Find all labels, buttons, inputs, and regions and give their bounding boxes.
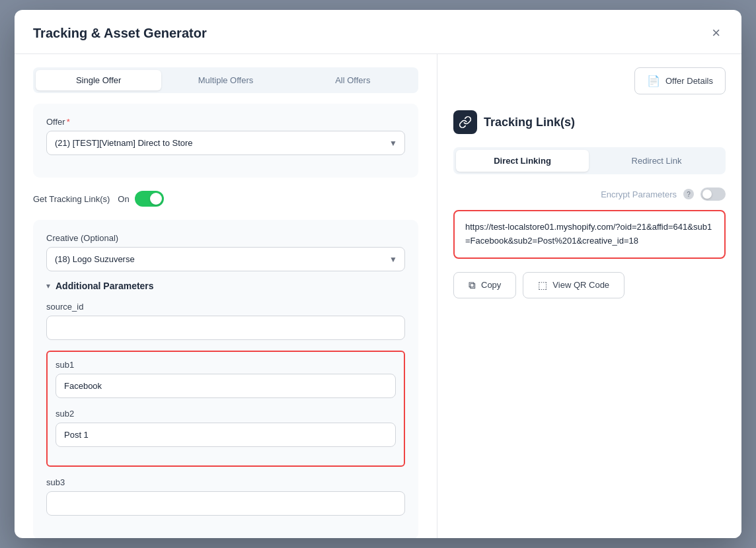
left-panel: Single Offer Multiple Offers All Offers …	[15, 54, 437, 538]
modal-body: Single Offer Multiple Offers All Offers …	[15, 54, 741, 538]
tracking-url-text: https://test-localstore01.myshopify.com/…	[465, 222, 712, 246]
view-qr-label: View QR Code	[552, 280, 609, 290]
tab-redirect-link[interactable]: Redirect Link	[590, 150, 723, 172]
additional-params-title: Additional Parameters	[56, 281, 154, 291]
sub1-input[interactable]	[56, 374, 396, 398]
accordion-chevron-icon: ▾	[46, 281, 50, 291]
encrypt-toggle-switch[interactable]	[700, 188, 726, 201]
sub2-label: sub2	[56, 409, 396, 419]
offer-select-wrapper: (21) [TEST][Vietnam] Direct to Store ▼	[46, 131, 405, 155]
toggle-on-text: On	[118, 194, 129, 204]
tracking-toggle-row: Get Tracking Link(s) On	[33, 191, 418, 207]
copy-button[interactable]: ⧉ Copy	[453, 272, 516, 298]
sub1-sub2-highlight: sub1 sub2	[46, 351, 405, 467]
sub1-group: sub1	[56, 360, 396, 398]
creative-group: Creative (Optional) (18) Logo Suzuverse …	[46, 233, 405, 271]
offer-card: Offer* (21) [TEST][Vietnam] Direct to St…	[33, 104, 418, 178]
right-panel: 📄 Offer Details Tracking Link(s)	[437, 54, 741, 538]
sub3-input[interactable]	[46, 491, 405, 516]
encrypt-params-label: Encrypt Parameters	[601, 189, 677, 199]
sub1-label: sub1	[56, 360, 396, 370]
tab-multiple-offers[interactable]: Multiple Offers	[163, 70, 288, 90]
qr-icon: ⬚	[538, 279, 547, 291]
view-qr-button[interactable]: ⬚ View QR Code	[523, 272, 624, 298]
offer-label: Offer*	[46, 117, 405, 127]
modal-header: Tracking & Asset Generator ×	[15, 10, 741, 54]
action-buttons: ⧉ Copy ⬚ View QR Code	[453, 272, 726, 298]
tracking-toggle-label: Get Tracking Link(s)	[33, 194, 110, 204]
additional-params-accordion[interactable]: ▾ Additional Parameters	[46, 281, 405, 291]
tracking-toggle-switch[interactable]	[135, 191, 164, 207]
help-icon[interactable]: ?	[683, 189, 694, 199]
offer-select[interactable]: (21) [TEST][Vietnam] Direct to Store	[46, 131, 405, 155]
sub3-label: sub3	[46, 477, 405, 487]
modal: Tracking & Asset Generator × Single Offe…	[15, 10, 741, 538]
sub2-group: sub2	[56, 409, 396, 447]
offer-tabs: Single Offer Multiple Offers All Offers	[33, 67, 418, 93]
tab-direct-linking[interactable]: Direct Linking	[456, 150, 589, 172]
offer-details-label: Offer Details	[665, 76, 713, 86]
encrypt-params-row: Encrypt Parameters ?	[453, 188, 726, 201]
close-button[interactable]: ×	[709, 23, 723, 43]
creative-label: Creative (Optional)	[46, 233, 405, 243]
modal-title: Tracking & Asset Generator	[33, 26, 207, 41]
modal-overlay: Tracking & Asset Generator × Single Offe…	[0, 0, 756, 548]
sub2-input[interactable]	[56, 423, 396, 447]
source-id-input[interactable]	[46, 316, 405, 340]
creative-card: Creative (Optional) (18) Logo Suzuverse …	[33, 220, 418, 538]
toggle-group: On	[118, 191, 163, 207]
offer-group: Offer* (21) [TEST][Vietnam] Direct to St…	[46, 117, 405, 155]
tracking-url-box: https://test-localstore01.myshopify.com/…	[453, 210, 726, 259]
tracking-links-header: Tracking Link(s)	[453, 110, 726, 134]
tracking-links-icon	[453, 110, 477, 134]
link-type-tabs: Direct Linking Redirect Link	[453, 147, 726, 174]
creative-select-wrapper: (18) Logo Suzuverse ▼	[46, 247, 405, 271]
tab-single-offer[interactable]: Single Offer	[36, 70, 161, 90]
copy-label: Copy	[481, 280, 501, 290]
creative-select[interactable]: (18) Logo Suzuverse	[46, 247, 405, 271]
sub3-group: sub3	[46, 477, 405, 516]
offer-details-button[interactable]: 📄 Offer Details	[634, 67, 726, 94]
source-id-group: source_id	[46, 302, 405, 340]
file-icon: 📄	[647, 75, 660, 87]
tab-all-offers[interactable]: All Offers	[290, 70, 416, 90]
tracking-links-title: Tracking Link(s)	[484, 116, 575, 129]
copy-icon: ⧉	[469, 279, 476, 291]
source-id-label: source_id	[46, 302, 405, 312]
